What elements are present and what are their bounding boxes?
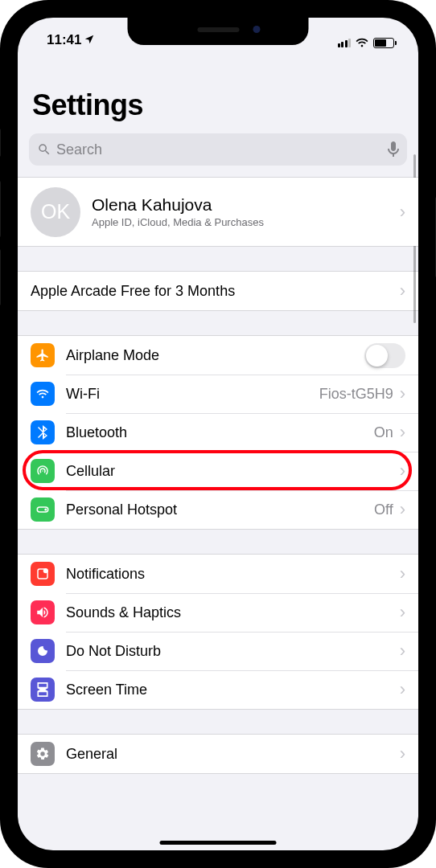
bluetooth-row[interactable]: Bluetooth On ›: [18, 413, 418, 452]
notifications-row[interactable]: Notifications ›: [18, 555, 418, 593]
wifi-value: Fios-tG5H9: [319, 386, 393, 403]
search-field[interactable]: Search: [29, 133, 407, 166]
profile-subtitle: Apple ID, iCloud, Media & Purchases: [92, 216, 389, 228]
chevron-right-icon: ›: [400, 602, 405, 623]
sounds-row[interactable]: Sounds & Haptics ›: [18, 593, 418, 632]
chevron-right-icon: ›: [400, 202, 405, 223]
hotspot-value: Off: [374, 502, 393, 518]
cellular-signal-icon: [338, 39, 352, 47]
dnd-icon: [31, 639, 55, 663]
cellular-row[interactable]: Cellular ›: [18, 452, 418, 490]
notifications-icon: [31, 562, 55, 586]
hotspot-icon: [31, 497, 55, 522]
svg-point-2: [43, 568, 48, 573]
hotspot-row[interactable]: Personal Hotspot Off ›: [18, 490, 418, 529]
airplane-mode-row[interactable]: Airplane Mode: [18, 336, 418, 375]
sounds-icon: [31, 600, 55, 624]
wifi-settings-icon: [31, 382, 55, 406]
wifi-icon: [355, 37, 369, 48]
chevron-right-icon: ›: [400, 422, 405, 443]
search-placeholder: Search: [56, 141, 383, 158]
dnd-row[interactable]: Do Not Disturb ›: [18, 632, 418, 670]
airplane-icon: [31, 343, 55, 367]
chevron-right-icon: ›: [400, 499, 405, 520]
mic-icon[interactable]: [388, 141, 399, 158]
avatar: OK: [31, 187, 80, 237]
chevron-right-icon: ›: [400, 641, 405, 661]
home-indicator[interactable]: [160, 841, 277, 845]
screentime-row[interactable]: Screen Time ›: [18, 670, 418, 709]
screentime-icon: [31, 678, 55, 702]
airplane-toggle[interactable]: [364, 343, 405, 368]
status-time: 11:41: [47, 32, 81, 48]
chevron-right-icon: ›: [400, 383, 405, 404]
chevron-right-icon: ›: [400, 743, 405, 764]
battery-icon: [373, 38, 394, 48]
chevron-right-icon: ›: [400, 679, 405, 700]
general-row[interactable]: General ›: [18, 735, 418, 773]
wifi-row[interactable]: Wi-Fi Fios-tG5H9 ›: [18, 375, 418, 413]
chevron-right-icon: ›: [400, 461, 405, 481]
chevron-right-icon: ›: [400, 563, 405, 584]
profile-name: Olena Kahujova: [92, 195, 389, 215]
bluetooth-icon: [31, 420, 55, 444]
page-title: Settings: [18, 50, 418, 127]
cellular-icon: [31, 459, 55, 483]
bluetooth-value: On: [374, 424, 393, 441]
apple-arcade-row[interactable]: Apple Arcade Free for 3 Months ›: [18, 272, 418, 310]
apple-id-row[interactable]: OK Olena Kahujova Apple ID, iCloud, Medi…: [18, 178, 418, 246]
chevron-right-icon: ›: [400, 280, 405, 301]
location-icon: [84, 34, 95, 47]
search-icon: [37, 142, 51, 157]
gear-icon: [31, 742, 55, 766]
